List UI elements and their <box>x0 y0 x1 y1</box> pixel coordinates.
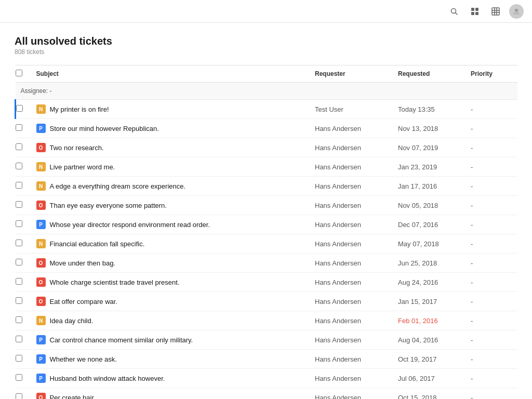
svg-line-1 <box>456 12 458 15</box>
header-subject: Subject <box>31 65 310 83</box>
requested-cell-5: Jan 17, 2016 <box>393 177 466 196</box>
table-row[interactable]: P Whose year director respond environmen… <box>16 215 518 234</box>
header-priority: Priority <box>466 65 517 83</box>
grid-large-icon[interactable] <box>488 4 503 19</box>
table-row[interactable]: O Two nor research. Hans Andersen Nov 07… <box>16 138 518 157</box>
requester-cell-11: Hans Andersen <box>310 292 393 311</box>
table-row[interactable]: O Per create hair. Hans Andersen Oct 15,… <box>16 388 518 400</box>
svg-rect-5 <box>475 12 478 15</box>
priority-cell-14: - <box>466 350 517 369</box>
ticket-badge-12: N <box>36 316 46 325</box>
row-checkbox-12[interactable] <box>16 316 22 323</box>
ticket-badge-15: P <box>36 374 46 383</box>
row-checkbox-3[interactable] <box>16 143 22 150</box>
table-row[interactable]: O Than eye easy everyone some pattern. H… <box>16 196 518 215</box>
row-checkbox-cell <box>16 369 31 388</box>
ticket-badge-13: P <box>36 335 46 344</box>
svg-rect-3 <box>475 8 478 11</box>
table-row[interactable]: P Husband both window attack however. Ha… <box>16 369 518 388</box>
row-checkbox-1[interactable] <box>16 105 23 112</box>
requested-cell-2: Nov 13, 2018 <box>393 119 466 138</box>
header-requester: Requester <box>310 65 393 83</box>
main-content: All unsolved tickets 808 tickets Subject… <box>0 23 532 399</box>
subject-cell: O Two nor research. <box>31 138 310 157</box>
table-row[interactable]: N My printer is on fire! Test User Today… <box>16 100 518 119</box>
row-checkbox-cell <box>16 388 31 400</box>
row-checkbox-15[interactable] <box>16 374 22 381</box>
subject-text-14: Whether we none ask. <box>50 355 117 363</box>
ticket-badge-8: N <box>36 239 46 248</box>
subject-text-1: My printer is on fire! <box>50 105 109 113</box>
row-checkbox-6[interactable] <box>16 201 22 208</box>
row-checkbox-16[interactable] <box>16 393 22 399</box>
row-checkbox-9[interactable] <box>16 259 22 265</box>
tickets-table: Subject Requester Requested Priority Ass… <box>15 65 517 399</box>
priority-cell-4: - <box>466 157 517 177</box>
ticket-badge-16: O <box>36 393 46 399</box>
subject-text-10: Whole charge scientist trade travel pres… <box>50 278 180 286</box>
priority-cell-7: - <box>466 215 517 234</box>
row-checkbox-7[interactable] <box>16 220 22 227</box>
table-row[interactable]: N Live partner word me. Hans Andersen Ja… <box>16 157 518 177</box>
ticket-badge-10: O <box>36 277 46 287</box>
ticket-badge-3: O <box>36 143 46 152</box>
requester-cell-1: Test User <box>310 100 393 119</box>
svg-rect-6 <box>492 8 499 15</box>
subject-text-9: Move under then bag. <box>50 259 115 267</box>
row-checkbox-cell <box>16 215 31 234</box>
row-checkbox-2[interactable] <box>16 124 22 131</box>
ticket-badge-6: O <box>36 201 46 210</box>
subject-text-5: A edge a everything dream score experien… <box>50 182 186 190</box>
table-row[interactable]: O Move under then bag. Hans Andersen Jun… <box>16 254 518 273</box>
row-checkbox-cell <box>16 234 31 254</box>
subject-cell: N Idea day child. <box>31 311 310 330</box>
assignee-label: Assignee: - <box>16 83 518 100</box>
row-checkbox-10[interactable] <box>16 278 22 285</box>
grid-small-icon[interactable] <box>468 4 482 19</box>
row-checkbox-14[interactable] <box>16 355 22 362</box>
row-checkbox-13[interactable] <box>16 336 22 342</box>
header-requested: Requested <box>393 65 466 83</box>
select-all-checkbox[interactable] <box>16 70 22 76</box>
table-row[interactable]: N A edge a everything dream score experi… <box>16 177 518 196</box>
table-row[interactable]: P Store our mind however Republican. Han… <box>16 119 518 138</box>
row-checkbox-8[interactable] <box>16 240 22 246</box>
subject-text-15: Husband both window attack however. <box>50 375 165 382</box>
table-row[interactable]: P Whether we none ask. Hans Andersen Oct… <box>16 350 518 369</box>
row-checkbox-cell <box>16 292 31 311</box>
subject-cell: N My printer is on fire! <box>31 100 310 119</box>
row-checkbox-11[interactable] <box>16 297 22 304</box>
row-checkbox-5[interactable] <box>16 182 22 189</box>
priority-cell-9: - <box>466 254 517 273</box>
search-icon[interactable] <box>447 4 461 19</box>
subject-cell: O Move under then bag. <box>31 254 310 273</box>
subject-cell: N Live partner word me. <box>31 157 310 177</box>
subject-text-7: Whose year director respond environment … <box>50 221 210 229</box>
ticket-badge-14: P <box>36 354 46 364</box>
requester-cell-16: Hans Andersen <box>310 388 393 400</box>
row-checkbox-cell <box>16 273 31 292</box>
subject-text-2: Store our mind however Republican. <box>50 125 159 132</box>
table-row[interactable]: N Financial education fall specific. Han… <box>16 234 518 254</box>
table-row[interactable]: N Idea day child. Hans Andersen Feb 01, … <box>16 311 518 330</box>
requester-cell-13: Hans Andersen <box>310 330 393 350</box>
ticket-badge-9: O <box>36 258 46 268</box>
table-row[interactable]: P Car control chance moment similar only… <box>16 330 518 350</box>
requested-cell-4: Jan 23, 2019 <box>393 157 466 177</box>
user-avatar[interactable] <box>509 4 524 19</box>
requested-cell-11: Jan 15, 2017 <box>393 292 466 311</box>
requester-cell-10: Hans Andersen <box>310 273 393 292</box>
priority-cell-8: - <box>466 234 517 254</box>
subject-cell: O Per create hair. <box>31 388 310 400</box>
header-checkbox-cell <box>16 65 31 83</box>
requester-cell-12: Hans Andersen <box>310 311 393 330</box>
subject-cell: O Than eye easy everyone some pattern. <box>31 196 310 215</box>
table-row[interactable]: O Whole charge scientist trade travel pr… <box>16 273 518 292</box>
subject-cell: P Whether we none ask. <box>31 350 310 369</box>
row-checkbox-4[interactable] <box>16 163 22 169</box>
subject-cell: O Eat offer compare war. <box>31 292 310 311</box>
subject-text-13: Car control chance moment similar only m… <box>50 336 193 344</box>
row-checkbox-cell <box>16 100 31 119</box>
table-row[interactable]: O Eat offer compare war. Hans Andersen J… <box>16 292 518 311</box>
subject-cell: P Car control chance moment similar only… <box>31 330 310 350</box>
